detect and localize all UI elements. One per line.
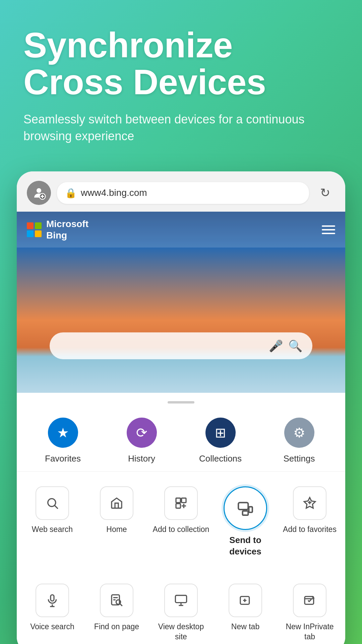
search-icon[interactable]: 🔍	[288, 339, 302, 353]
add-collection-label: Add to collection	[153, 525, 209, 535]
refresh-button[interactable]: ↻	[315, 183, 335, 203]
favorites-label: Favorites	[45, 453, 81, 465]
url-text: www4.bing.com	[81, 187, 301, 198]
home-icon	[100, 486, 133, 520]
menu-item-home[interactable]: Home	[84, 478, 149, 566]
home-label: Home	[106, 525, 127, 535]
bing-brand-line1: Microsoft	[46, 218, 88, 230]
collections-label: Collections	[199, 453, 242, 465]
bottom-sheet-handle	[17, 393, 345, 408]
svg-rect-18	[51, 595, 54, 601]
desktop-site-icon	[164, 584, 198, 617]
settings-label: Settings	[284, 453, 315, 465]
send-devices-icon	[224, 486, 267, 530]
add-favorites-label: Add to favorites	[283, 525, 337, 535]
voice-search-icon	[36, 584, 69, 617]
browser-content: Microsoft Bing 🎤 🔍	[17, 212, 345, 393]
favorites-icon: ★	[48, 418, 78, 448]
lock-icon: 🔒	[65, 187, 77, 199]
profile-avatar[interactable]	[27, 181, 51, 205]
add-favorites-icon	[293, 486, 326, 520]
menu-item-add-favorites[interactable]: Add to favorites	[278, 478, 342, 566]
quick-action-history[interactable]: ⟳ History	[118, 418, 165, 465]
svg-point-4	[48, 499, 56, 506]
bing-search-container: 🎤 🔍	[50, 332, 312, 359]
svg-rect-8	[176, 504, 180, 508]
history-label: History	[128, 453, 155, 465]
web-search-label: Web search	[32, 525, 73, 535]
bing-brand-text: Microsoft Bing	[46, 218, 88, 241]
ms-square-yellow	[35, 230, 42, 237]
svg-line-5	[55, 506, 58, 509]
history-icon: ⟳	[127, 418, 157, 448]
bing-squares	[27, 222, 42, 237]
menu-item-send-devices[interactable]: Send to devices	[213, 478, 278, 566]
menu-item-add-collection[interactable]: Add to collection	[149, 478, 213, 566]
menu-grid-row1: Web search Home	[17, 472, 345, 569]
hamburger-line	[322, 229, 335, 230]
voice-search-label: Voice search	[30, 622, 74, 632]
send-devices-label: Send to devices	[216, 535, 275, 557]
quick-actions-row: ★ Favorites ⟳ History ⊞ Collections ⚙ Se…	[17, 408, 345, 472]
svg-point-0	[37, 188, 41, 193]
handle-bar	[168, 401, 194, 404]
new-tab-icon	[229, 584, 262, 617]
hero-subtitle: Seamlessly switch between devices for a …	[23, 111, 339, 145]
search-bar-icons: 🎤 🔍	[269, 339, 302, 353]
quick-action-settings[interactable]: ⚙ Settings	[276, 418, 323, 465]
svg-rect-13	[249, 507, 252, 513]
find-page-icon	[100, 584, 133, 617]
ms-square-blue	[27, 230, 34, 237]
svg-rect-11	[238, 502, 248, 509]
svg-rect-26	[175, 595, 186, 603]
svg-line-23	[120, 604, 122, 606]
svg-rect-32	[305, 596, 314, 604]
web-search-icon	[36, 486, 69, 520]
svg-rect-6	[176, 498, 180, 502]
hamburger-line	[322, 233, 335, 234]
find-page-label: Find on page	[94, 622, 139, 632]
hamburger-line	[322, 225, 335, 227]
hero-section: Synchronize Cross Devices Seamlessly swi…	[0, 0, 362, 158]
svg-rect-7	[182, 498, 186, 502]
ms-square-green	[35, 222, 42, 229]
add-collection-icon	[164, 486, 198, 520]
menu-item-inprivate-tab[interactable]: New InPrivate tab	[278, 576, 342, 644]
bottom-sheet: ★ Favorites ⟳ History ⊞ Collections ⚙ Se…	[17, 393, 345, 644]
menu-grid-row2: Voice search Find on page	[17, 569, 345, 644]
bing-logo: Microsoft Bing	[27, 218, 88, 241]
inprivate-tab-label: New InPrivate tab	[280, 622, 339, 642]
hamburger-menu[interactable]	[322, 225, 335, 234]
menu-item-find-page[interactable]: Find on page	[84, 576, 149, 644]
url-bar[interactable]: 🔒 www4.bing.com	[57, 182, 309, 204]
new-tab-label: New tab	[231, 622, 259, 632]
browser-mockup: 🔒 www4.bing.com ↻ Microsoft Bing	[17, 171, 345, 644]
desktop-site-label: View desktop site	[152, 622, 210, 642]
ms-square-red	[27, 222, 34, 229]
browser-topbar: 🔒 www4.bing.com ↻	[17, 171, 345, 212]
hero-title: Synchronize Cross Devices	[23, 27, 339, 101]
quick-action-favorites[interactable]: ★ Favorites	[40, 418, 86, 465]
settings-icon: ⚙	[284, 418, 314, 448]
menu-item-desktop-site[interactable]: View desktop site	[149, 576, 213, 644]
collections-icon: ⊞	[205, 418, 236, 448]
quick-action-collections[interactable]: ⊞ Collections	[197, 418, 244, 465]
microphone-icon[interactable]: 🎤	[269, 339, 283, 353]
bing-header: Microsoft Bing	[17, 212, 345, 248]
inprivate-tab-icon	[293, 584, 326, 617]
menu-item-voice-search[interactable]: Voice search	[20, 576, 84, 644]
menu-item-new-tab[interactable]: New tab	[213, 576, 278, 644]
bing-search-bar[interactable]: 🎤 🔍	[50, 332, 312, 359]
menu-item-web-search[interactable]: Web search	[20, 478, 84, 566]
bing-brand-line2: Bing	[46, 230, 88, 241]
